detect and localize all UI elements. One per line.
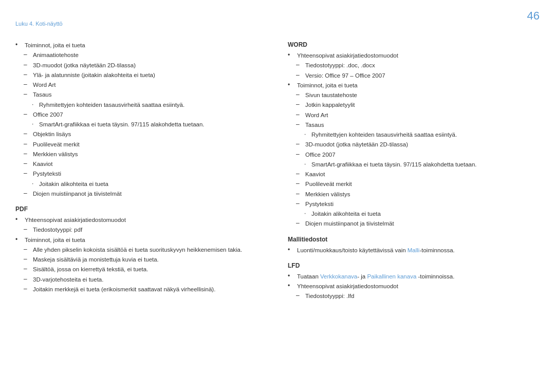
right-column: WORD • Yhteensopivat asiakirjatiedostomu… (288, 41, 540, 302)
dash-icon: – (296, 190, 303, 197)
malli-link[interactable]: Malli (408, 247, 420, 253)
dash-icon: – (296, 292, 303, 299)
list-item: • Tuataan Verkkokanava- ja Paikallinen k… (288, 272, 540, 281)
list-item: – Puolileveät merkit (288, 180, 540, 189)
list-item: – Versio: Office 97 – Office 2007 (288, 71, 540, 80)
list-item: – Joitakin merkkejä ei tueta (erikoismer… (15, 285, 267, 294)
item-text: 3D-varjotehosteita ei tueta. (33, 275, 103, 284)
list-item: • Toiminnot, joita ei tueta (288, 81, 540, 90)
list-item: – Jotkin kappaletyylit (288, 101, 540, 109)
dash-icon: – (24, 150, 31, 157)
dash-icon: – (24, 275, 31, 283)
bullet-icon: • (15, 236, 23, 243)
dash-icon: – (296, 91, 303, 98)
list-item: – 3D-muodot (jotka näytetään 2D-tilassa) (15, 61, 267, 70)
item-text: Word Art (33, 81, 56, 89)
dash-icon: – (24, 285, 31, 292)
dash-icon: – (24, 71, 31, 78)
item-text: Tuataan Verkkokanava- ja Paikallinen kan… (297, 272, 454, 281)
dash-icon: – (24, 190, 31, 197)
dash-icon: – (24, 170, 31, 177)
item-text: Joitakin alikohteita ei tueta (311, 210, 381, 218)
item-text: Yhteensopivat asiakirjatiedostomuodot (25, 216, 126, 225)
word-heading: WORD (288, 41, 540, 48)
dash-icon: – (296, 180, 303, 187)
dash-icon: – (24, 246, 31, 253)
list-item: – Merkkien välistys (15, 150, 267, 159)
list-item: – Word Art (288, 111, 540, 120)
dash-icon: – (296, 121, 303, 128)
list-item: – Merkkien välistys (288, 190, 540, 199)
list-item: · Ryhmitettyjen kohteiden tasausvirheitä… (288, 130, 540, 139)
item-text: Merkkien välistys (33, 150, 78, 159)
bullet-icon: • (288, 282, 295, 289)
item-text: Puolileveät merkit (305, 180, 352, 189)
list-item: – Diojen muistiinpanot ja tiivistelmät (15, 190, 267, 198)
list-item: – Tiedostotyyppi: .doc, .docx (288, 61, 540, 70)
dash-icon: – (24, 81, 31, 88)
list-item: · Ryhmitettyjen kohteiden tasausvirheitä… (15, 101, 267, 109)
list-item: · Joitakin alikohteita ei tueta (288, 210, 540, 218)
list-item: • Yhteensopivat asiakirjatiedostomuodot (15, 216, 267, 225)
list-item: – Office 2007 (288, 151, 540, 159)
item-text: Diojen muistiinpanot ja tiivistelmät (305, 219, 394, 228)
list-item: • Toiminnot, joita ei tueta (15, 236, 267, 245)
dash-icon: – (296, 71, 303, 79)
dash-icon: – (296, 151, 303, 158)
bullet-icon: • (288, 81, 295, 88)
list-item: – Kaaviot (15, 160, 267, 169)
dash-icon: – (24, 110, 31, 118)
list-item: – Alle yhden pikselin kokoista sisältöä … (15, 246, 267, 254)
item-text: Tiedostotyyppi: pdf (33, 226, 82, 234)
verkkokanava-link[interactable]: Verkkokanava (320, 273, 357, 279)
pdf-heading: PDF (15, 206, 267, 213)
item-text: Animaatiotehoste (33, 51, 79, 60)
bullet-icon: • (288, 246, 295, 253)
subdash-icon: · (304, 160, 309, 167)
list-item: – Sivun taustatehoste (288, 91, 540, 100)
list-item: – Pystyteksti (15, 170, 267, 178)
list-item: – Word Art (15, 81, 267, 89)
subdash-icon: · (32, 180, 37, 187)
dash-icon: – (296, 101, 303, 108)
list-item: – Sisältöä, jossa on kierrettyä tekstiä,… (15, 265, 267, 274)
paikallinen-link[interactable]: Paikallinen kanava (367, 273, 416, 279)
item-text: Ylä- ja alatunniste (joitakin alakohteit… (33, 71, 155, 80)
subdash-icon: · (304, 210, 309, 217)
item-text: Yhteensopivat asiakirjatiedostomuodot (297, 282, 398, 291)
item-text: Objektin lisäys (33, 130, 71, 139)
item-text: 3D-muodot (jotka näytetään 2D-tilassa) (33, 61, 136, 70)
dash-icon: – (24, 130, 31, 137)
item-text: Office 2007 (305, 151, 336, 159)
item-text: Tasaus (305, 121, 324, 129)
list-item: – 3D-muodot (jotka näytetään 2D-tilassa) (288, 140, 540, 149)
item-text: SmartArt-grafiikkaa ei tueta täysin. 97/… (39, 120, 205, 129)
item-text: Tiedostotyyppi: .doc, .docx (305, 61, 375, 70)
list-item: – Diojen muistiinpanot ja tiivistelmät (288, 219, 540, 228)
item-text: Pystyteksti (305, 200, 334, 209)
dash-icon: – (296, 200, 303, 207)
item-text: 3D-muodot (jotka näytetään 2D-tilassa) (305, 140, 408, 149)
dash-icon: – (24, 51, 31, 58)
list-item: • Toiminnot, joita ei tueta (15, 41, 267, 50)
mallitiedostot-heading: Mallitiedostot (288, 236, 540, 243)
dash-icon: – (24, 90, 31, 98)
list-item: – Puolileveät merkit (15, 140, 267, 149)
item-text: Puolileveät merkit (33, 140, 80, 149)
dash-icon: – (24, 226, 31, 233)
item-text: Jotkin kappaletyylit (305, 101, 355, 109)
list-item: – Objektin lisäys (15, 130, 267, 139)
bullet-icon: • (15, 41, 23, 48)
dash-icon: – (24, 160, 31, 167)
item-text: Merkkien välistys (305, 190, 350, 199)
item-text: Joitakin merkkejä ei tueta (erikoismerki… (33, 285, 215, 294)
dash-icon: – (296, 140, 303, 147)
list-item: · SmartArt-grafiikkaa ei tueta täysin. 9… (288, 160, 540, 169)
item-text: Ryhmitettyjen kohteiden tasausvirheitä s… (39, 101, 184, 109)
item-text: Kaaviot (305, 170, 325, 179)
dash-icon: – (296, 170, 303, 177)
breadcrumb: Luku 4. Koti-näyttö (15, 21, 63, 27)
dash-icon: – (296, 61, 303, 68)
item-text: Toiminnot, joita ei tueta (297, 81, 358, 90)
bullet-icon: • (288, 272, 295, 279)
